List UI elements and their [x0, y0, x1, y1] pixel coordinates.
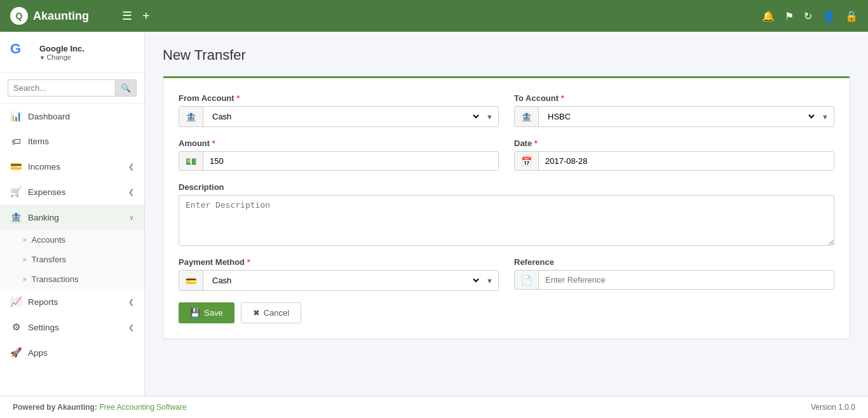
to-account-select[interactable]: HSBC Cash Bank of America: [539, 107, 817, 126]
sidebar-label-accounts: Accounts: [32, 235, 65, 245]
settings-arrow: ❮: [128, 323, 134, 332]
payment-method-required: *: [247, 257, 250, 267]
date-required: *: [534, 138, 538, 148]
banking-icon: 🏦: [10, 212, 22, 223]
description-label: Description: [179, 182, 834, 192]
payment-method-arrow: ▼: [481, 271, 498, 290]
from-account-arrow: ▼: [481, 107, 498, 126]
from-account-group: From Account * 🏦 Cash HSBC Bank of Ameri…: [179, 93, 499, 127]
refresh-icon[interactable]: ↻: [804, 10, 812, 22]
amount-input-group: 💵: [179, 151, 499, 171]
form-row-description: Description: [179, 182, 834, 246]
from-account-icon: 🏦: [179, 107, 203, 126]
expenses-icon: 🛒: [10, 186, 22, 198]
from-account-select[interactable]: Cash HSBC Bank of America: [203, 107, 481, 126]
sidebar-item-items[interactable]: 🏷 Items: [0, 129, 144, 154]
layout: G Google Inc. Change 🔍 📊 Dashboard 🏷 Ite…: [0, 32, 868, 418]
to-account-label: To Account *: [514, 93, 834, 103]
page-title: New Transfer: [163, 47, 850, 64]
sidebar-label-banking: Banking: [28, 213, 123, 222]
date-group: Date * 📅: [514, 138, 834, 171]
from-account-label: From Account *: [179, 93, 499, 103]
footer-left: Powered by Akaunting: Free Accounting So…: [13, 403, 187, 412]
payment-method-select[interactable]: Cash Bank Transfer Credit Card: [203, 271, 481, 290]
topnav: Q Akaunting ☰ + 🔔 ⚑ ↻ 👤 🔒: [0, 0, 868, 32]
powered-by: Powered by Akaunting:: [13, 403, 97, 412]
save-button[interactable]: 💾 Save: [179, 302, 234, 323]
user-icon[interactable]: 👤: [822, 10, 835, 22]
sidebar-item-banking[interactable]: 🏦 Banking ∨: [0, 205, 144, 230]
company-logo: G: [10, 41, 33, 64]
sidebar-label-expenses: Expenses: [28, 187, 122, 197]
reference-input[interactable]: [539, 271, 834, 289]
sidebar-item-reports[interactable]: 📈 Reports ❮: [0, 289, 144, 314]
reference-label: Reference: [514, 257, 834, 267]
reference-group: Reference 📄: [514, 257, 834, 291]
apps-icon: 🚀: [10, 347, 22, 358]
dashboard-icon: 📊: [10, 111, 22, 122]
sidebar-nav: 📊 Dashboard 🏷 Items 💳 Incomes ❮ 🛒 Expens…: [0, 104, 144, 418]
footer: Powered by Akaunting: Free Accounting So…: [0, 396, 868, 418]
company-name: Google Inc.: [39, 44, 85, 53]
to-account-input-group: 🏦 HSBC Cash Bank of America ▼: [514, 106, 834, 127]
sidebar-item-apps[interactable]: 🚀 Apps: [0, 340, 144, 365]
notifications-icon[interactable]: 🔔: [762, 10, 775, 22]
reports-arrow: ❮: [128, 298, 134, 306]
banking-submenu: » Accounts » Transfers » Transactions: [0, 230, 144, 289]
settings-icon: ⚙: [10, 321, 22, 333]
topnav-icons: 🔔 ⚑ ↻ 👤 🔒: [762, 10, 858, 22]
form-row-amount-date: Amount * 💵 Date * 📅: [179, 138, 834, 171]
incomes-icon: 💳: [10, 161, 22, 172]
expenses-arrow: ❮: [128, 188, 134, 196]
company-change[interactable]: Change: [39, 53, 85, 61]
description-textarea[interactable]: [179, 195, 834, 246]
sidebar-label-reports: Reports: [28, 297, 122, 307]
company-info: Google Inc. Change: [39, 44, 85, 61]
cancel-button[interactable]: ✖ Cancel: [241, 302, 301, 323]
amount-icon: 💵: [179, 152, 203, 170]
amount-input[interactable]: [203, 152, 498, 170]
sidebar-item-transfers[interactable]: » Transfers: [0, 250, 144, 269]
reports-icon: 📈: [10, 296, 22, 307]
amount-label: Amount *: [179, 138, 499, 148]
sidebar-label-transactions: Transactions: [32, 274, 79, 284]
sidebar-label-incomes: Incomes: [28, 162, 122, 172]
from-account-required: *: [236, 93, 240, 103]
sidebar-item-expenses[interactable]: 🛒 Expenses ❮: [0, 179, 144, 205]
transactions-sub-arrow: »: [23, 276, 27, 283]
reference-input-group: 📄: [514, 270, 834, 290]
sidebar-label-transfers: Transfers: [32, 255, 66, 264]
items-icon: 🏷: [10, 136, 22, 147]
to-account-group: To Account * 🏦 HSBC Cash Bank of America…: [514, 93, 834, 127]
search-input[interactable]: [8, 79, 116, 97]
footer-version: Version 1.0.0: [811, 403, 855, 412]
to-account-icon: 🏦: [515, 107, 539, 126]
main-content: New Transfer From Account * 🏦 Cash HSBC …: [145, 32, 868, 418]
footer-link[interactable]: Free Accounting Software: [99, 403, 186, 412]
form-buttons: 💾 Save ✖ Cancel: [179, 302, 834, 323]
incomes-arrow: ❮: [128, 163, 134, 171]
company-selector[interactable]: G Google Inc. Change: [0, 32, 144, 73]
transfers-sub-arrow: »: [23, 256, 27, 263]
to-account-required: *: [561, 93, 564, 103]
flag-icon[interactable]: ⚑: [785, 10, 794, 22]
sidebar-item-incomes[interactable]: 💳 Incomes ❮: [0, 154, 144, 179]
sidebar-label-apps: Apps: [28, 348, 134, 358]
sidebar-item-accounts[interactable]: » Accounts: [0, 230, 144, 250]
form-row-payment-ref: Payment Method * 💳 Cash Bank Transfer Cr…: [179, 257, 834, 291]
date-label: Date *: [514, 138, 834, 148]
hamburger-button[interactable]: ☰: [122, 9, 132, 23]
sidebar-item-settings[interactable]: ⚙ Settings ❮: [0, 314, 144, 340]
payment-method-label: Payment Method *: [179, 257, 499, 267]
save-icon: 💾: [190, 308, 200, 318]
search-button[interactable]: 🔍: [116, 79, 137, 97]
sidebar-item-transactions[interactable]: » Transactions: [0, 269, 144, 289]
date-input[interactable]: [539, 152, 834, 170]
banking-arrow: ∨: [129, 213, 134, 222]
date-input-group: 📅: [514, 151, 834, 171]
form-row-accounts: From Account * 🏦 Cash HSBC Bank of Ameri…: [179, 93, 834, 127]
sidebar-item-dashboard[interactable]: 📊 Dashboard: [0, 104, 144, 129]
app-logo: Q: [10, 7, 28, 25]
lock-icon[interactable]: 🔒: [845, 10, 858, 22]
add-button[interactable]: +: [142, 9, 150, 24]
